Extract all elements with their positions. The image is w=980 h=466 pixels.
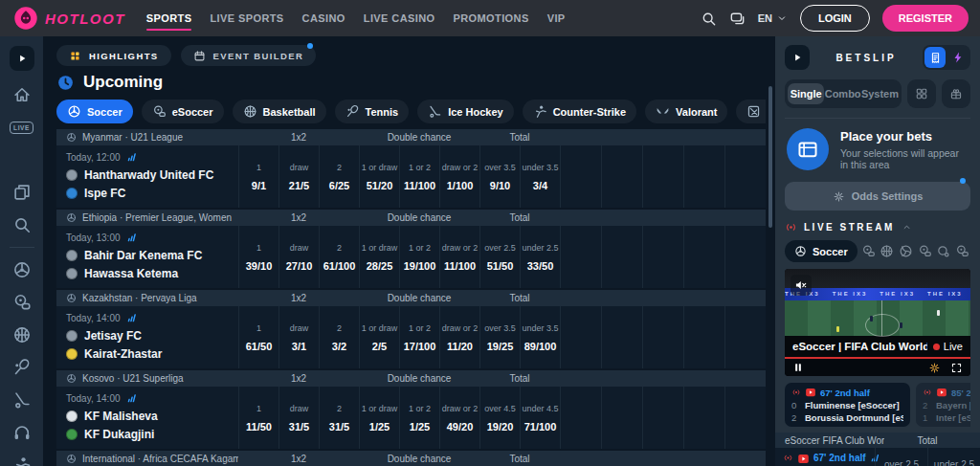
odds-cell[interactable]: 26/25 xyxy=(319,145,359,208)
stream-sport-volta-icon[interactable] xyxy=(917,244,933,258)
stream-sport-efootball-icon[interactable] xyxy=(954,244,970,258)
odds-cell[interactable]: draw21/5 xyxy=(278,145,319,208)
odds-cell[interactable]: 1 or draw51/20 xyxy=(359,145,399,208)
stream-sport-esoccer-icon[interactable] xyxy=(860,244,877,258)
match-info[interactable]: Today, 13:00Bahir Dar Kenema FCHawassa K… xyxy=(56,226,238,288)
stream-tab-soccer[interactable]: Soccer xyxy=(785,240,858,262)
odds-settings-button[interactable]: Odds Settings xyxy=(785,182,970,211)
nav-item-promotions[interactable]: PROMOTIONS xyxy=(453,0,528,36)
odds-cell[interactable]: draw or 211/20 xyxy=(439,306,479,368)
chat-icon[interactable] xyxy=(729,11,746,27)
nav-item-sports[interactable]: SPORTS xyxy=(146,0,192,36)
sidebar-item-search[interactable] xyxy=(11,214,33,235)
fullscreen-icon[interactable] xyxy=(950,362,963,374)
nav-item-live-casino[interactable]: LIVE CASINO xyxy=(364,0,435,36)
betslip-receipt-button[interactable] xyxy=(924,47,946,68)
tab-single[interactable]: Single xyxy=(788,83,824,104)
odds-cell[interactable]: 1 or 217/100 xyxy=(399,306,439,368)
odds-cell[interactable]: under 3.53/4 xyxy=(520,145,560,208)
odds-cell[interactable]: over 2.551/50 xyxy=(479,226,520,288)
sport-chip-valorant[interactable]: Valorant xyxy=(645,100,727,123)
odds-cell[interactable]: 1 or 211/100 xyxy=(399,145,439,208)
tab-combo[interactable]: Combo xyxy=(824,83,860,104)
sport-chip-basketball[interactable]: Basketball xyxy=(233,100,326,123)
odds-cell[interactable]: 139/10 xyxy=(238,226,278,288)
sidebar-item-basketball[interactable] xyxy=(11,324,33,345)
sidebar-item-favorites[interactable] xyxy=(11,149,33,170)
match-info[interactable]: Today, 14:00KF MalishevaKF Dukagjini xyxy=(56,387,238,449)
odds-cell[interactable]: 1 or draw2/5 xyxy=(359,306,399,368)
odds-cell[interactable]: 1 or draw1/25 xyxy=(359,387,399,449)
odds-cell[interactable]: under 4.571/100 xyxy=(520,387,560,449)
live-match-card[interactable]: 67' 2nd half0Fluminense [eSoccer]2Boruss… xyxy=(785,383,910,427)
login-button[interactable]: LOGIN xyxy=(800,5,870,32)
nav-item-live-sports[interactable]: LIVE SPORTS xyxy=(210,0,283,36)
odds-cell[interactable]: 261/100 xyxy=(319,226,359,288)
nav-item-vip[interactable]: VIP xyxy=(547,0,566,36)
stream-sport-basketball-icon[interactable] xyxy=(879,244,895,258)
collapse-caret-icon[interactable] xyxy=(902,222,912,233)
logo[interactable]: HOTLOOT xyxy=(13,6,125,31)
odds-cell[interactable]: over 4.519/20 xyxy=(479,387,520,449)
sidebar-item-coupons[interactable] xyxy=(11,182,33,203)
odds-cell[interactable]: draw or 249/20 xyxy=(439,387,479,449)
odds-column-under[interactable]: under 2.5 xyxy=(927,448,980,466)
nav-item-casino[interactable]: CASINO xyxy=(302,0,345,36)
match-info[interactable]: Today, 14:00Jetisay FCKairat-Zhastar xyxy=(56,306,238,368)
language-selector[interactable]: EN xyxy=(758,12,788,24)
event-builder-button[interactable]: EVENT BUILDER xyxy=(181,45,317,66)
sport-chip-counter-strike[interactable]: Counter-Strike xyxy=(523,100,636,123)
mute-button[interactable] xyxy=(791,275,812,296)
search-icon[interactable] xyxy=(701,11,717,27)
video-player[interactable]: THE IX3 THE IX3 THE IX3 THE IX3 THE IX3 … xyxy=(785,269,970,376)
stream-match-row[interactable]: 67' 2nd half over 2.5 under 2.5 xyxy=(775,448,980,466)
odds-cell[interactable]: draw31/5 xyxy=(278,387,319,449)
odds-cell[interactable]: draw or 21/100 xyxy=(439,145,479,208)
odds-cell[interactable]: over 3.59/10 xyxy=(479,145,520,208)
sidebar-item-esports[interactable] xyxy=(11,422,33,443)
odds-cell[interactable]: 1 or 21/25 xyxy=(399,387,439,449)
odds-cell[interactable]: 111/50 xyxy=(238,387,278,449)
odds-cell[interactable]: draw27/10 xyxy=(278,226,319,288)
pause-button[interactable] xyxy=(792,362,804,373)
sidebar-item-counter-strike[interactable] xyxy=(11,455,33,466)
odds-column-over[interactable]: over 2.5 xyxy=(875,448,927,466)
scrollbar-thumb[interactable] xyxy=(768,86,772,228)
odds-cell[interactable]: under 3.589/100 xyxy=(520,306,560,368)
vertical-scrollbar[interactable] xyxy=(766,36,775,466)
odds-cell[interactable]: draw or 211/100 xyxy=(439,226,479,288)
odds-cell[interactable]: 19/1 xyxy=(238,145,278,208)
odds-cell[interactable]: 1 or 219/100 xyxy=(399,226,439,288)
odds-cell[interactable]: 1 or draw28/25 xyxy=(359,226,399,288)
stream-sport-handball-icon[interactable] xyxy=(936,244,952,258)
multibet-button[interactable] xyxy=(907,79,936,108)
odds-cell[interactable]: 161/50 xyxy=(238,306,278,368)
sport-chip-tennis[interactable]: Tennis xyxy=(335,100,410,123)
match-info[interactable]: Today, 12:00Hantharwady United FCIspe FC xyxy=(56,145,238,208)
sport-chip-dota-2[interactable]: Dota 2 xyxy=(736,100,766,123)
odds-cell[interactable]: over 3.519/25 xyxy=(479,306,520,368)
video-settings-icon[interactable] xyxy=(928,362,941,374)
sidebar-collapse-button[interactable] xyxy=(10,46,34,71)
odds-cell[interactable]: draw3/1 xyxy=(278,306,319,368)
sidebar-item-ice-hockey[interactable] xyxy=(11,389,33,411)
highlights-button[interactable]: HIGHLIGHTS xyxy=(56,45,171,66)
odds-cell[interactable]: 231/5 xyxy=(319,387,359,449)
sidebar-item-soccer[interactable] xyxy=(11,259,33,280)
stream-sport-volleyball-icon[interactable] xyxy=(898,244,914,258)
tab-system[interactable]: System xyxy=(861,83,899,104)
sport-chip-esoccer[interactable]: eSoccer xyxy=(142,100,224,123)
sidebar-item-esoccer[interactable] xyxy=(11,292,33,313)
live-match-card[interactable]: 85' 2nd half2Bayern [eSoccer]1Inter [eSo… xyxy=(916,383,970,427)
sidebar-item-home[interactable] xyxy=(11,84,33,105)
odds-cell[interactable]: under 2.533/50 xyxy=(520,226,560,288)
odds-cell[interactable]: 23/2 xyxy=(319,306,359,368)
register-button[interactable]: REGISTER xyxy=(882,5,969,32)
sidebar-item-tennis[interactable] xyxy=(11,357,33,378)
quick-bet-button[interactable] xyxy=(947,47,969,68)
betslip-collapse-button[interactable] xyxy=(785,45,810,70)
sport-chip-ice-hockey[interactable]: Ice Hockey xyxy=(417,100,513,123)
sidebar-item-live[interactable]: LIVE xyxy=(11,117,33,138)
sport-chip-soccer[interactable]: Soccer xyxy=(56,100,133,123)
gift-button[interactable] xyxy=(942,79,970,108)
